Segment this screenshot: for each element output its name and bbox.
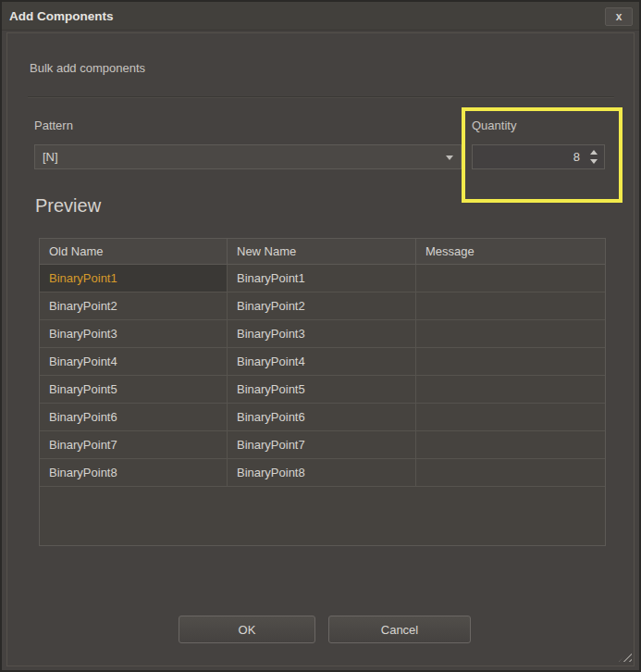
cell-new-name[interactable]: BinaryPoint7 <box>228 431 416 458</box>
table-row[interactable]: BinaryPoint1 BinaryPoint1 <box>40 265 605 292</box>
spinner-down-icon[interactable] <box>590 159 598 164</box>
cell-old-name[interactable]: BinaryPoint4 <box>40 348 228 375</box>
table-row[interactable]: BinaryPoint8 BinaryPoint8 <box>40 459 605 487</box>
close-button[interactable]: x <box>605 7 633 26</box>
pattern-label: Pattern <box>34 118 73 132</box>
cell-old-name[interactable]: BinaryPoint1 <box>40 265 228 292</box>
cell-old-name[interactable]: BinaryPoint6 <box>40 404 228 430</box>
ok-button[interactable]: OK <box>179 616 315 643</box>
table-row[interactable]: BinaryPoint7 BinaryPoint7 <box>40 431 605 459</box>
table-row[interactable]: BinaryPoint2 BinaryPoint2 <box>40 292 605 320</box>
cell-new-name[interactable]: BinaryPoint4 <box>228 348 416 375</box>
cell-new-name[interactable]: BinaryPoint6 <box>228 404 416 430</box>
cell-message[interactable] <box>416 348 605 375</box>
cell-old-name[interactable]: BinaryPoint8 <box>40 459 228 486</box>
column-header-message[interactable]: Message <box>416 239 605 264</box>
table-row[interactable]: BinaryPoint6 BinaryPoint6 <box>40 404 605 431</box>
cell-new-name[interactable]: BinaryPoint2 <box>228 292 416 319</box>
quantity-stepper[interactable]: 8 <box>472 144 605 169</box>
title-bar[interactable]: Add Components <box>2 2 639 31</box>
table-row[interactable]: BinaryPoint4 BinaryPoint4 <box>40 348 605 376</box>
pattern-dropdown[interactable]: [N] <box>34 144 462 169</box>
cell-new-name[interactable]: BinaryPoint5 <box>228 376 416 403</box>
cell-message[interactable] <box>416 376 605 403</box>
cell-old-name[interactable]: BinaryPoint2 <box>40 292 228 319</box>
cell-old-name[interactable]: BinaryPoint5 <box>40 376 228 403</box>
spinner-up-icon[interactable] <box>590 150 598 155</box>
cell-message[interactable] <box>416 292 605 319</box>
cell-message[interactable] <box>416 459 605 486</box>
column-header-old-name[interactable]: Old Name <box>40 239 228 264</box>
pattern-dropdown-value: [N] <box>43 150 58 164</box>
cell-message[interactable] <box>416 320 605 347</box>
chevron-down-icon <box>446 156 453 160</box>
section-divider <box>28 96 614 98</box>
table-row[interactable]: BinaryPoint5 BinaryPoint5 <box>40 376 605 404</box>
preview-table: Old Name New Name Message BinaryPoint1 B… <box>39 238 606 546</box>
cell-new-name[interactable]: BinaryPoint8 <box>228 459 416 486</box>
spinner-buttons <box>589 149 598 165</box>
cell-old-name[interactable]: BinaryPoint7 <box>40 431 228 458</box>
close-icon: x <box>616 10 623 23</box>
cell-new-name[interactable]: BinaryPoint3 <box>228 320 416 347</box>
cancel-button-label: Cancel <box>381 623 418 637</box>
cell-old-name[interactable]: BinaryPoint3 <box>40 320 228 347</box>
cancel-button[interactable]: Cancel <box>328 616 471 643</box>
quantity-label: Quantity <box>472 118 516 132</box>
dialog-title: Add Components <box>9 9 114 23</box>
cell-new-name[interactable]: BinaryPoint1 <box>228 265 416 292</box>
table-row[interactable]: BinaryPoint3 BinaryPoint3 <box>40 320 605 348</box>
cell-message[interactable] <box>416 404 605 430</box>
bulk-add-label: Bulk add components <box>30 61 145 75</box>
column-header-new-name[interactable]: New Name <box>228 239 416 264</box>
cell-message[interactable] <box>416 431 605 458</box>
preview-heading: Preview <box>35 195 101 217</box>
cell-message[interactable] <box>416 265 605 292</box>
ok-button-label: OK <box>239 623 256 637</box>
add-components-dialog: Add Components x Bulk add components Pat… <box>0 0 641 672</box>
quantity-value[interactable]: 8 <box>473 145 580 168</box>
table-header-row: Old Name New Name Message <box>40 239 605 265</box>
